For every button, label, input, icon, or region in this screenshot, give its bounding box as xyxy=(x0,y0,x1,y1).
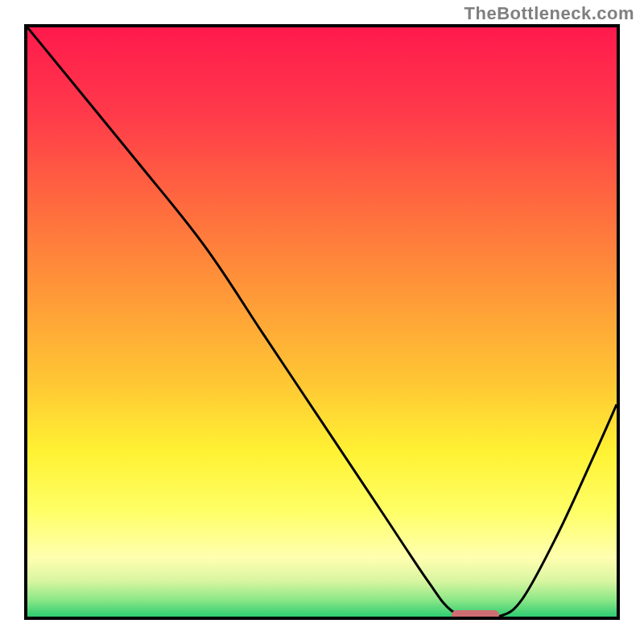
chart-plot-area xyxy=(24,24,620,620)
bottleneck-curve xyxy=(27,27,617,617)
watermark-label: TheBottleneck.com xyxy=(464,3,634,24)
chart-container: TheBottleneck.com xyxy=(0,0,644,644)
optimal-range-marker xyxy=(452,610,499,620)
